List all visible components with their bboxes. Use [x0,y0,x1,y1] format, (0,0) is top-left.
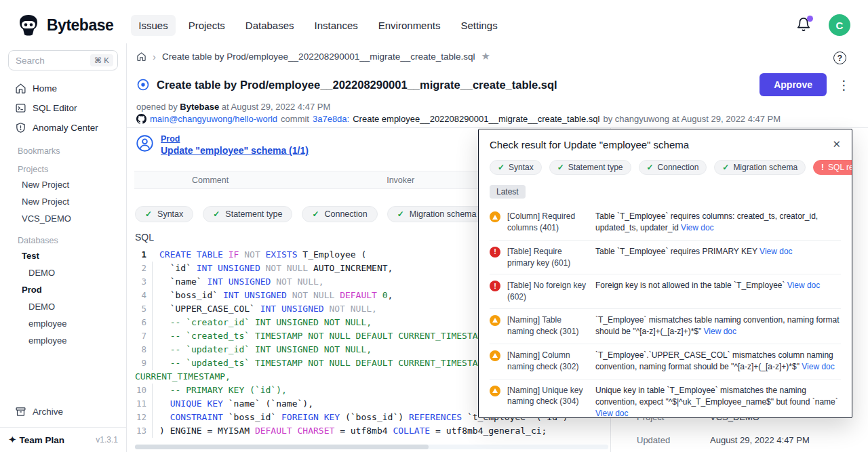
stage-env-link[interactable]: Prod [161,134,309,144]
view-doc-link[interactable]: View doc [704,327,736,336]
issue-author: Bytebase [180,102,219,112]
issue-open-icon [136,78,150,91]
line-number: 4 [135,289,153,302]
rule-description: `T_Employee` mismatches table naming con… [595,314,841,338]
warning-icon [490,350,500,361]
sidebar-item-home[interactable]: Home [0,79,126,98]
warning-icon [490,386,500,396]
check-pill-connection[interactable]: ✓Connection [639,160,707,175]
home-icon[interactable] [136,52,146,62]
check-pill-migration-schema[interactable]: ✓Migration schema [387,206,487,222]
check-pill-syntax[interactable]: ✓Syntax [490,160,542,175]
topnav-right: C [796,14,850,36]
column-header-comment: Comment [192,176,229,185]
tab-projects[interactable]: Projects [181,15,233,36]
check-icon: ✓ [557,163,564,172]
kebab-menu-icon[interactable]: ⋮ [837,79,850,91]
check-icon: ✓ [722,163,729,172]
topnav-tabs: IssuesProjectsDatabasesInstancesEnvironm… [131,15,505,36]
search-input[interactable] [16,56,83,66]
check-result-row: [Column] Required columns (401)Table `T_… [490,205,841,240]
updated-value: August 29, 2022 4:47 PM [710,435,810,445]
approve-button[interactable]: Approve [760,73,827,96]
commit-line: main@changyuwong/hello-world commit 3a7e… [136,114,781,124]
check-pill-label: Syntax [157,209,183,219]
search-box[interactable]: ⌘ K [8,50,118,70]
commit-hash-link[interactable]: 3a7e8da: [313,114,349,124]
bytebase-logo[interactable]: Bytebase [16,13,113,37]
check-icon: ✓ [397,209,404,219]
commit-branch-link[interactable]: main@changyuwong/hello-world [150,114,277,124]
issue-title: Create table by Prod/employee__202208290… [157,79,760,91]
sidebar-nav: Home SQL Editor Anomaly Center [0,79,126,138]
view-doc-link[interactable]: View doc [595,409,628,418]
notification-dot [807,16,813,22]
scrollbar-thumb[interactable] [135,445,429,449]
sidebar-item-archive[interactable]: Archive [0,401,126,422]
archive-box-icon [15,406,26,417]
warning-icon [490,315,500,326]
tab-instances[interactable]: Instances [307,15,366,36]
home-icon [15,83,26,94]
line-number: 12 [135,411,153,424]
search-shortcut: ⌘ K [90,54,113,66]
view-doc-link[interactable]: View doc [802,362,834,371]
check-pill-migration-schema[interactable]: ✓Migration schema [714,160,806,175]
check-result-modal: Check result for Update "employee" schem… [478,129,852,418]
sidebar-item-employee[interactable]: employee [0,332,126,349]
sidebar-item-anomaly-center[interactable]: Anomaly Center [0,118,126,138]
breadcrumb-title[interactable]: Create table by Prod/employee__202208290… [162,52,475,62]
plan-label[interactable]: Team Plan [20,435,65,445]
modal-title: Check result for Update "employee" schem… [490,139,689,150]
sidebar-item-new-project[interactable]: New Project [0,193,126,210]
tab-settings[interactable]: Settings [453,15,505,36]
sidebar-item-new-project[interactable]: New Project [0,176,126,193]
avatar[interactable]: C [829,14,850,36]
check-pill-statement-type[interactable]: ✓Statement type [549,160,631,175]
view-doc-link[interactable]: View doc [760,247,792,256]
sidebar-item-vcs_demo[interactable]: VCS_DEMO [0,210,126,227]
sidebar-item-demo[interactable]: DEMO [0,298,126,315]
rule-name: [Naming] Column naming check (302) [507,350,589,373]
sidebar-item-employee[interactable]: employee [0,315,126,332]
view-doc-link[interactable]: View doc [787,281,820,290]
horizontal-scrollbar[interactable] [135,445,608,449]
line-number: 13 [135,424,153,438]
sidebar-item-test[interactable]: Test [0,247,126,264]
check-pill-label: SQL review [828,163,852,172]
view-doc-link[interactable]: View doc [681,223,713,232]
line-number: 9 [135,356,153,370]
check-icon: ✓ [145,209,152,219]
tab-environments[interactable]: Environments [371,15,448,36]
modal-header: Check result for Update "employee" schem… [479,129,852,158]
sparkles-icon: ✦ [8,434,17,446]
sidebar-footer: ✦ Team Plan v1.3.1 [0,427,126,452]
sidebar-item-prod[interactable]: Prod [0,281,126,298]
modal-checks: ✓Syntax✓Statement type✓Connection✓Migrat… [479,158,852,175]
sidebar-item-label: SQL Editor [33,103,77,113]
star-icon[interactable]: ★ [481,50,490,62]
brand-name: Bytebase [47,16,113,35]
help-button[interactable]: ? [833,52,846,64]
check-pill-statement-type[interactable]: ✓Statement type [203,206,292,222]
tab-databases[interactable]: Databases [238,15,302,36]
tab-issues[interactable]: Issues [131,15,175,36]
sidebar-sections: BookmarksProjectsNew ProjectNew ProjectV… [0,146,126,349]
rule-name: [Naming] Unique key naming check (304) [507,385,589,408]
error-icon: ! [490,281,500,291]
check-result-row: ![Table] Require primary key (601)Table … [490,240,841,274]
breadcrumb: › Create table by Prod/employee__2022082… [136,50,490,62]
check-pill-sql-review[interactable]: !SQL review [813,160,852,175]
latest-badge[interactable]: Latest [490,185,526,199]
notification-bell-button[interactable] [796,17,812,33]
check-pill-connection[interactable]: ✓Connection [302,206,377,222]
check-pill-syntax[interactable]: ✓Syntax [135,206,193,222]
sidebar-item-demo[interactable]: DEMO [0,264,126,281]
check-icon: ✓ [213,209,220,219]
line-number: 11 [135,397,153,411]
sidebar-item-sql-editor[interactable]: SQL Editor [0,98,126,118]
sql-section-label: SQL [135,232,154,243]
close-icon[interactable]: ✕ [832,138,841,150]
stage-task-link[interactable]: Update "employee" schema (1/1) [161,145,309,156]
check-pill-label: Syntax [509,163,534,172]
